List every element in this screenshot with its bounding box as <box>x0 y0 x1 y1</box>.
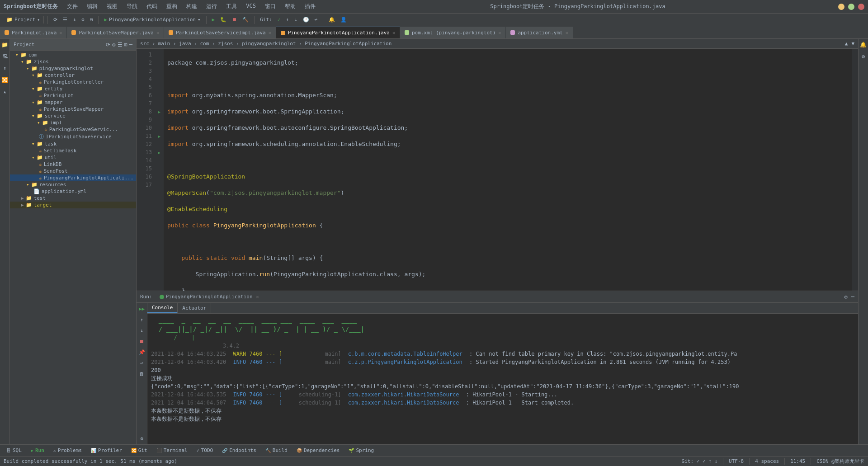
tree-item-resources[interactable]: ▾📁resources <box>10 181 136 188</box>
side-icon-project[interactable]: 📁 <box>1 41 9 49</box>
side-icon-structure[interactable]: 🏗 <box>1 52 9 61</box>
minimize-button[interactable]: ─ <box>838 4 844 10</box>
run-scroll-down-btn[interactable]: ↓ <box>138 326 146 334</box>
menu-code[interactable]: 代码 <box>145 2 159 11</box>
file-tab-pom[interactable]: pom.xml (pinyang-parkinglot) ✕ <box>400 27 506 38</box>
maximize-button[interactable]: □ <box>848 4 854 10</box>
run-stop-btn[interactable]: ⏹ <box>138 337 146 345</box>
run-close-icon[interactable]: ✕ <box>256 294 259 299</box>
bottom-tab-todo[interactable]: ✓ TODO <box>192 446 218 455</box>
toolbar-debug-btn[interactable]: 🐛 <box>218 16 228 24</box>
tree-item[interactable]: ▾📁mapper <box>10 99 136 106</box>
right-icon-notifications[interactable]: 🔔 <box>859 41 868 49</box>
bottom-tab-profiler[interactable]: 📊 Profiler <box>86 446 127 455</box>
tab-close-icon[interactable]: ✕ <box>156 30 159 35</box>
menu-vcs[interactable]: VCS <box>244 2 258 11</box>
menu-tools[interactable]: 工具 <box>224 2 239 11</box>
tree-item[interactable]: ▾📁zjsos <box>10 58 136 65</box>
code-editor[interactable]: package com.zjsos.pingyangparkinglot; im… <box>164 49 852 291</box>
menu-edit[interactable]: 编辑 <box>85 2 99 11</box>
panel-gear-icon[interactable]: ⚙ <box>112 42 115 48</box>
git-push-btn[interactable]: ↑ <box>284 16 291 24</box>
tree-item-test[interactable]: ▶📁test <box>10 195 136 202</box>
toolbar-profile-btn[interactable]: 👤 <box>339 16 349 24</box>
tab-close-icon[interactable]: ✕ <box>269 30 271 35</box>
run-settings-icon[interactable]: ⚙ <box>844 294 848 300</box>
tree-item[interactable]: ▾📁entity <box>10 85 136 92</box>
run-tab-actuator[interactable]: Actuator <box>178 303 211 313</box>
bottom-tab-endpoints[interactable]: 🔗 Endpoints <box>217 446 261 455</box>
run-clear-btn[interactable]: 🗑 <box>138 370 146 378</box>
git-rollback-btn[interactable]: ↩ <box>313 16 320 24</box>
tree-item[interactable]: ▾📁impl <box>10 119 136 126</box>
status-encoding[interactable]: UTF-8 <box>729 458 744 464</box>
toolbar-settings-btn[interactable]: ⚙ <box>80 16 86 24</box>
tree-item[interactable]: ▾📁util <box>10 154 136 161</box>
file-tab-parkinglot-mapper[interactable]: ParkingLotSaveMapper.java ✕ <box>67 27 164 38</box>
tab-close-icon[interactable]: ✕ <box>566 30 568 35</box>
run-app-tab[interactable]: PingyangParkinglotApplication ✕ <box>160 294 259 300</box>
run-minimize-icon[interactable]: ─ <box>851 294 854 300</box>
run-more-btn[interactable]: ⚙ <box>138 434 146 442</box>
toolbar-run-config[interactable]: ▶ PingyangParkinglotApplication ▾ <box>102 16 202 24</box>
tree-item-selected[interactable]: ☕PingyangParkinglotApplicati... <box>10 174 136 181</box>
bottom-tab-spring[interactable]: 🌱 Spring <box>344 446 378 455</box>
bottom-tab-terminal[interactable]: ⬛ Terminal <box>152 446 192 455</box>
tab-close-icon[interactable]: ✕ <box>392 30 395 35</box>
menu-refactor[interactable]: 重构 <box>165 2 179 11</box>
file-tab-yml[interactable]: application.yml ✕ <box>506 27 573 38</box>
tree-item[interactable]: ☕ParkingLotSaveServic... <box>10 126 136 133</box>
panel-layout-icon[interactable]: ☰ <box>118 42 123 48</box>
toolbar-sort-btn[interactable]: ↕ <box>71 16 78 24</box>
tree-item[interactable]: ▾📁controller <box>10 72 136 79</box>
tree-item[interactable]: ☕ParkingLotSaveMapper <box>10 106 136 113</box>
tree-item[interactable]: ☕ParkingLot <box>10 92 136 99</box>
toolbar-build-btn[interactable]: 🔨 <box>241 16 250 24</box>
side-icon-pullrequest[interactable]: ⬆ <box>1 64 9 72</box>
menu-file[interactable]: 文件 <box>65 2 80 11</box>
panel-minus-icon[interactable]: ─ <box>129 42 132 48</box>
git-history-btn[interactable]: 🕐 <box>301 16 311 24</box>
bottom-tab-sql[interactable]: 🗄 SQL <box>2 446 26 455</box>
menu-navigate[interactable]: 导航 <box>125 2 139 11</box>
menu-view[interactable]: 视图 <box>105 2 119 11</box>
toolbar-stop-btn[interactable]: ⏹ <box>230 16 239 24</box>
tree-item[interactable]: ☕ParkingLotController <box>10 79 136 85</box>
menu-run[interactable]: 运行 <box>204 2 219 11</box>
side-icon-git[interactable]: 🔀 <box>1 76 9 84</box>
tree-item[interactable]: ⒾIParkingLotSaveService <box>10 133 136 141</box>
toolbar-notifications-btn[interactable]: 🔔 <box>327 16 337 24</box>
panel-arrows-icon[interactable]: ⊞ <box>124 42 127 48</box>
run-restart-btn[interactable]: ▶▶ <box>138 305 146 313</box>
file-tab-main-active[interactable]: PingyangParkinglotApplication.java ✕ <box>276 27 400 38</box>
toolbar-collapse-btn[interactable]: ⊟ <box>88 16 95 24</box>
project-tab[interactable]: 📁 Project ▾ <box>3 16 44 24</box>
file-tab-serviceimpl[interactable]: ParkingLotSaveServiceImpl.java ✕ <box>164 27 276 38</box>
run-pin-btn[interactable]: 📌 <box>138 348 146 356</box>
nav-arrow-up[interactable]: ▲ <box>845 41 848 47</box>
panel-sync-icon[interactable]: ⟳ <box>106 42 110 48</box>
tab-close-icon[interactable]: ✕ <box>498 30 501 35</box>
toolbar-sync-btn[interactable]: ⟳ <box>52 16 59 24</box>
tree-item[interactable]: ▾📁pingyangparkinglot <box>10 65 136 72</box>
toolbar-layout-btn[interactable]: ☰ <box>61 16 69 24</box>
menu-build[interactable]: 构建 <box>184 2 199 11</box>
tree-item[interactable]: ▾📁com <box>10 52 136 58</box>
tree-item[interactable]: ▾📁task <box>10 141 136 147</box>
tree-item[interactable]: ☕SetTimeTask <box>10 147 136 154</box>
bottom-tab-dependencies[interactable]: 📦 Dependencies <box>292 446 344 455</box>
status-indent[interactable]: 4 spaces <box>755 458 779 464</box>
bottom-tab-problems[interactable]: ⚠ Problems <box>49 446 86 455</box>
menu-help[interactable]: 帮助 <box>283 2 297 11</box>
git-pull-btn[interactable]: ↓ <box>292 16 299 24</box>
right-icon-settings[interactable]: ⚙ <box>859 52 868 61</box>
bottom-tab-build[interactable]: 🔨 Build <box>261 446 292 455</box>
bottom-tab-git[interactable]: 🔀 Git <box>127 446 152 455</box>
file-tab-parkinglot[interactable]: ParkingLot.java ✕ <box>0 27 67 38</box>
tree-item[interactable]: ☕LinkDB <box>10 161 136 168</box>
menu-plugin[interactable]: 插件 <box>303 2 317 11</box>
run-wrap-btn[interactable]: ↩ <box>138 359 146 367</box>
git-check-btn[interactable]: ✓ <box>276 16 283 24</box>
run-tab-console[interactable]: Console <box>147 303 178 313</box>
nav-arrow-down[interactable]: ▼ <box>851 41 854 47</box>
